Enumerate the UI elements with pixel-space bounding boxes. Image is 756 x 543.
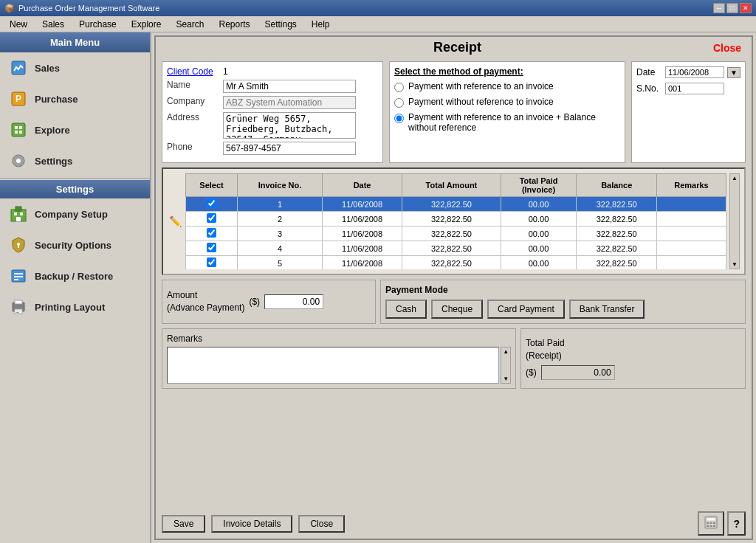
menu-settings[interactable]: Settings	[258, 17, 303, 32]
row-invoice-no-1: 2	[238, 212, 323, 226]
sidebar-item-explore-label: Explore	[35, 125, 70, 136]
svg-rect-33	[710, 522, 712, 524]
row-total-amount-1: 322,822.50	[402, 212, 501, 226]
row-invoice-no-3: 4	[238, 241, 323, 256]
sidebar-item-printing-layout[interactable]: Printing Layout	[0, 291, 150, 322]
row-total-paid-2: 00.00	[501, 226, 577, 241]
amount-payment-row: Amount(Advance Payment) ($) Payment Mode…	[162, 280, 746, 324]
table-row[interactable]: 3 11/06/2008 322,822.50 00.00 322,822.50	[186, 226, 726, 241]
payment-radio-1[interactable]	[394, 83, 404, 92]
svg-rect-16	[14, 212, 17, 215]
row-checkbox-0[interactable]	[207, 198, 216, 208]
card-payment-button[interactable]: Card Payment	[487, 300, 565, 319]
sidebar-settings-title: Settings	[0, 180, 150, 198]
sidebar-item-purchase-label: Purchase	[35, 94, 78, 105]
payment-mode-title: Payment Mode	[385, 285, 740, 295]
sidebar-item-explore[interactable]: Explore	[0, 114, 150, 145]
footer-left-buttons: Save Invoice Details Close	[162, 515, 345, 533]
table-row[interactable]: 5 11/06/2008 322,822.50 00.00 322,822.50	[186, 256, 726, 270]
svg-rect-37	[713, 525, 715, 527]
svg-rect-24	[14, 279, 18, 280]
table-scroll-down[interactable]: ▼	[732, 261, 738, 268]
svg-text:P: P	[16, 94, 21, 104]
row-date-0: 11/06/2008	[322, 197, 402, 212]
svg-rect-32	[707, 522, 709, 524]
cash-button[interactable]: Cash	[385, 300, 427, 319]
sidebar-item-settings[interactable]: Settings	[0, 145, 150, 176]
date-picker-button[interactable]: ▼	[727, 67, 740, 78]
payment-radio-2[interactable]	[394, 98, 404, 108]
save-button[interactable]: Save	[162, 515, 205, 533]
maximize-button[interactable]: □	[726, 3, 738, 13]
payment-option-2[interactable]: Payment without reference to invoice	[394, 97, 620, 108]
remarks-scroll-down[interactable]: ▼	[503, 376, 509, 382]
row-checkbox-1[interactable]	[207, 213, 216, 223]
svg-rect-15	[16, 207, 21, 211]
col-balance: Balance	[577, 174, 657, 197]
sidebar-item-security-options[interactable]: Security Options	[0, 229, 150, 260]
minimize-button[interactable]: ─	[713, 3, 725, 13]
svg-rect-26	[15, 300, 22, 304]
explore-icon	[8, 120, 29, 140]
address-input[interactable]: Grüner Weg 5657, Friedberg, Butzbach, 32…	[223, 112, 356, 139]
sidebar-backup-restore-label: Backup / Restore	[35, 271, 113, 282]
help-button[interactable]: ?	[727, 511, 746, 536]
menu-reports[interactable]: Reports	[212, 17, 256, 32]
bank-transfer-button[interactable]: Bank Transfer	[569, 300, 645, 319]
company-input[interactable]	[223, 96, 356, 109]
date-input[interactable]	[665, 66, 724, 78]
row-total-amount-0: 322,822.50	[402, 197, 501, 212]
total-paid-label: Total Paid(Receipt)	[526, 337, 740, 362]
remarks-scroll-up[interactable]: ▲	[503, 348, 509, 355]
row-checkbox-3[interactable]	[207, 243, 216, 252]
titlebar-close-button[interactable]: ✕	[740, 3, 752, 13]
menu-sales[interactable]: Sales	[35, 17, 71, 32]
sidebar-item-company-setup[interactable]: Company Setup	[0, 198, 150, 229]
row-total-paid-1: 00.00	[501, 212, 577, 226]
cheque-button[interactable]: Cheque	[431, 300, 483, 319]
top-section: Client Code 1 Name Company	[162, 61, 746, 163]
sidebar-item-backup-restore[interactable]: Backup / Restore	[0, 260, 150, 291]
invoice-details-button[interactable]: Invoice Details	[211, 515, 292, 533]
invoice-table-section: ✏️ Select Invoice No. Date	[162, 167, 746, 275]
amount-input[interactable]	[264, 294, 323, 309]
receipt-title: Receipt	[206, 40, 709, 55]
menu-search[interactable]: Search	[169, 17, 210, 32]
sidebar-item-sales[interactable]: Sales	[0, 52, 150, 83]
phone-input[interactable]	[223, 142, 356, 155]
invoice-table-scroll[interactable]: Select Invoice No. Date Total Amount Tot…	[185, 173, 726, 269]
receipt-close-button[interactable]: Close	[709, 41, 746, 55]
sno-input[interactable]	[665, 83, 724, 94]
row-checkbox-4[interactable]	[207, 257, 216, 267]
payment-radio-3[interactable]	[394, 114, 404, 123]
menu-purchase[interactable]: Purchase	[72, 17, 123, 32]
calculator-button[interactable]	[698, 511, 724, 536]
client-code-row: Client Code 1	[167, 66, 378, 77]
remarks-textarea[interactable]	[167, 347, 499, 384]
client-code-link[interactable]: Client Code	[167, 66, 213, 77]
date-row: Date ▼	[636, 66, 740, 78]
table-scroll-up[interactable]: ▲	[732, 175, 738, 181]
menu-explore[interactable]: Explore	[125, 17, 168, 32]
table-row[interactable]: 1 11/06/2008 322,822.50 00.00 322,822.50	[186, 197, 726, 212]
sidebar-item-purchase[interactable]: P Purchase	[0, 83, 150, 114]
payment-method-panel: Select the method of payment: Payment wi…	[389, 61, 625, 163]
menu-help[interactable]: Help	[305, 17, 337, 32]
row-total-paid-4: 00.00	[501, 256, 577, 270]
payment-option-3[interactable]: Payment with reference to an invoice + B…	[394, 112, 620, 133]
svg-rect-36	[710, 525, 712, 527]
total-paid-input[interactable]	[541, 365, 615, 380]
receipt-header: Receipt Close	[156, 37, 752, 58]
table-row[interactable]: 4 11/06/2008 322,822.50 00.00 322,822.50	[186, 241, 726, 256]
close-button[interactable]: Close	[298, 515, 345, 533]
row-checkbox-2[interactable]	[207, 228, 216, 238]
svg-rect-7	[19, 131, 22, 134]
amount-label: Amount(Advance Payment)	[167, 289, 244, 314]
sidebar-security-options-label: Security Options	[35, 240, 111, 251]
security-options-icon	[8, 235, 29, 255]
payment-option-1[interactable]: Payment with reference to an invoice	[394, 81, 620, 92]
menu-new[interactable]: New	[3, 17, 34, 32]
name-input[interactable]	[223, 80, 356, 93]
table-row[interactable]: 2 11/06/2008 322,822.50 00.00 322,822.50	[186, 212, 726, 226]
edit-icon[interactable]: ✏️	[169, 215, 182, 227]
